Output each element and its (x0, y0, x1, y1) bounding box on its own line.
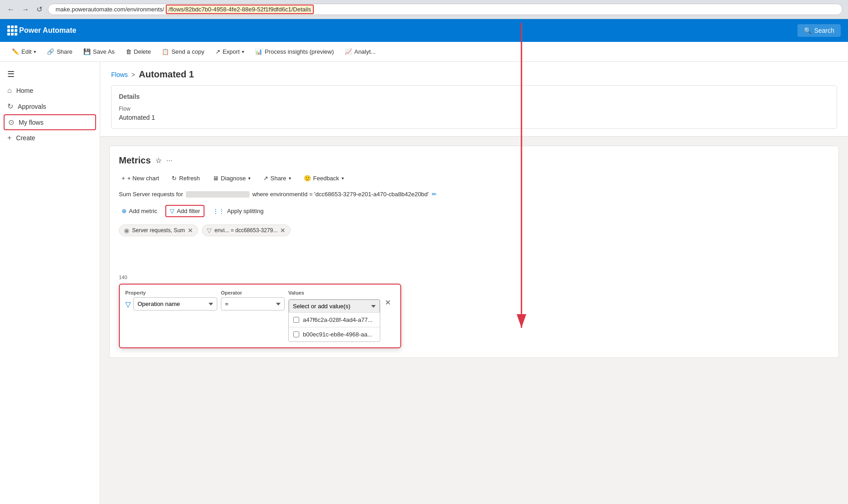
approvals-icon: ↻ (7, 102, 13, 111)
query-blurred-value (186, 191, 250, 198)
send-copy-icon: 📋 (162, 48, 169, 55)
url-bar[interactable]: make.powerautomate.com/environments/ /fl… (48, 4, 843, 15)
feedback-button[interactable]: 🙂 Feedback ▾ (301, 173, 347, 183)
analytics-button[interactable]: 📈 Analyt... (340, 46, 380, 58)
chips-row: ◉ Server requests, Sum ✕ ▽ envi... = dcc… (119, 224, 829, 236)
edit-icon: ✏️ (12, 48, 19, 55)
create-icon: + (7, 134, 11, 142)
share-button[interactable]: 🔗 Share (42, 46, 77, 58)
filter-option-1-checkbox[interactable] (293, 317, 299, 323)
filter-option-2-label: b00ec91c-eb8e-4968-aa... (303, 331, 373, 338)
back-button[interactable]: ← (5, 5, 16, 15)
sidebar-item-home[interactable]: ⌂ Home (0, 83, 100, 98)
app-logo: Power Automate (19, 26, 77, 35)
share-metrics-button[interactable]: ↗ Share ▾ (261, 173, 294, 183)
breadcrumb-flows-link[interactable]: Flows (111, 71, 128, 78)
filter-popup: Property ▽ Operation name Operator = (119, 284, 401, 348)
sidebar-item-approvals[interactable]: ↻ Approvals (0, 98, 100, 114)
query-prefix: Sum Server requests for (119, 191, 183, 198)
export-button[interactable]: ↗ Export ▾ (211, 46, 249, 58)
share-metrics-icon: ↗ (263, 175, 268, 182)
delete-label: Delete (134, 48, 151, 55)
metrics-toolbar: + + New chart ↻ Refresh 🖥 Diagnose ▾ ↗ S… (119, 173, 829, 183)
hamburger-button[interactable]: ☰ (0, 66, 100, 83)
flow-header: Flows > Automated 1 Details Flow Automat… (100, 62, 848, 137)
add-filter-button[interactable]: ▽ Add filter (165, 205, 204, 217)
chip-env: ▽ envi... = dcc68653-3279... ✕ (202, 224, 291, 236)
new-chart-button[interactable]: + + New chart (119, 173, 162, 183)
chip-env-icon: ▽ (207, 227, 212, 234)
close-col: ✕ (384, 290, 395, 307)
save-as-button[interactable]: 💾 Save As (79, 46, 119, 58)
values-dropdown: Select or add value(s) a47f6c2a-028f-4ad… (288, 299, 380, 342)
delete-icon: 🗑 (126, 48, 132, 55)
sidebar-create-label: Create (16, 134, 35, 142)
filter-popup-close[interactable]: ✕ (384, 298, 392, 307)
search-label: Search (814, 27, 834, 34)
sidebar-home-label: Home (16, 87, 33, 94)
diagnose-chevron: ▾ (248, 176, 250, 181)
filter-option-1[interactable]: a47f6c2a-028f-4ad4-a77... (289, 312, 380, 327)
flow-field-label: Flow (119, 106, 829, 112)
delete-button[interactable]: 🗑 Delete (121, 46, 156, 58)
sidebar-my-flows-label: My flows (19, 119, 43, 126)
top-nav: Power Automate 🔍 Search (0, 19, 848, 42)
filter-option-2[interactable]: b00ec91c-eb8e-4968-aa... (289, 327, 380, 341)
url-highlight: /flows/82bdc7b0-4958-4fe2-88e9-52f1f9dfd… (166, 5, 314, 14)
share-metrics-label: Share (271, 175, 286, 182)
filter-bar: ⊕ Add metric ▽ Add filter ⋮⋮ Apply split… (119, 205, 829, 217)
apply-splitting-label: Apply splitting (227, 208, 263, 214)
sidebar-approvals-label: Approvals (18, 103, 46, 110)
chip-env-close[interactable]: ✕ (280, 227, 286, 234)
add-metric-label: Add metric (129, 208, 157, 214)
chip-server-icon: ◉ (124, 227, 129, 234)
url-start: make.powerautomate.com/environments/ (56, 6, 164, 13)
values-select[interactable]: Select or add value(s) (289, 300, 380, 312)
hamburger-icon: ☰ (7, 69, 15, 79)
forward-button[interactable]: → (20, 5, 31, 15)
send-copy-button[interactable]: 📋 Send a copy (157, 46, 209, 58)
details-header: Details (119, 93, 829, 100)
edit-button[interactable]: ✏️ Edit ▾ (7, 46, 41, 58)
waffle-icon[interactable] (7, 25, 17, 36)
search-button[interactable]: 🔍 Search (797, 24, 841, 37)
export-chevron: ▾ (242, 49, 244, 54)
query-where: where environmentId = 'dcc68653-3279-e20… (252, 191, 429, 198)
refresh-label: Refresh (179, 175, 200, 182)
app-name: Power Automate (19, 26, 77, 35)
my-flows-icon: ⊙ (8, 118, 14, 127)
metrics-ellipsis-icon[interactable]: ··· (166, 157, 172, 165)
process-insights-icon: 📊 (255, 48, 262, 55)
add-metric-button[interactable]: ⊕ Add metric (119, 206, 160, 216)
filter-funnel-icon: ▽ (125, 300, 131, 309)
apply-splitting-button[interactable]: ⋮⋮ Apply splitting (210, 206, 266, 216)
property-select[interactable]: Operation name (133, 297, 217, 311)
process-insights-button[interactable]: 📊 Process insights (preview) (250, 46, 338, 58)
new-chart-label: + New chart (128, 175, 159, 182)
operator-select[interactable]: = (221, 297, 285, 311)
chart-y-label: 140 (119, 275, 127, 280)
content-area: Flows > Automated 1 Details Flow Automat… (100, 62, 848, 504)
chip-server-close[interactable]: ✕ (188, 227, 193, 234)
sidebar-item-my-flows[interactable]: ⊙ My flows (4, 114, 96, 130)
filter-popup-overlay: Property ▽ Operation name Operator = (119, 284, 829, 348)
refresh-button[interactable]: ↺ (35, 4, 44, 15)
metrics-star-icon[interactable]: ☆ (155, 156, 162, 165)
flow-name: Automated 1 (139, 69, 194, 80)
filter-popup-cols: Property ▽ Operation name Operator = (125, 290, 395, 342)
refresh-button[interactable]: ↻ Refresh (169, 173, 203, 183)
sidebar-item-create[interactable]: + Create (0, 130, 100, 146)
export-icon: ↗ (215, 48, 220, 55)
diagnose-label: Diagnose (221, 175, 246, 182)
query-edit-icon[interactable]: ✏ (432, 191, 437, 198)
diagnose-icon: 🖥 (213, 175, 219, 182)
chip-env-label: envi... = dcc68653-3279... (215, 227, 277, 234)
home-icon: ⌂ (7, 87, 12, 95)
diagnose-button[interactable]: 🖥 Diagnose ▾ (210, 173, 253, 183)
feedback-label: Feedback (313, 175, 339, 182)
share-metrics-chevron: ▾ (289, 176, 291, 181)
feedback-icon: 🙂 (304, 175, 311, 182)
filter-option-2-checkbox[interactable] (293, 331, 299, 337)
filter-funnel-col: Property ▽ Operation name (125, 290, 217, 311)
edit-chevron: ▾ (34, 49, 36, 54)
